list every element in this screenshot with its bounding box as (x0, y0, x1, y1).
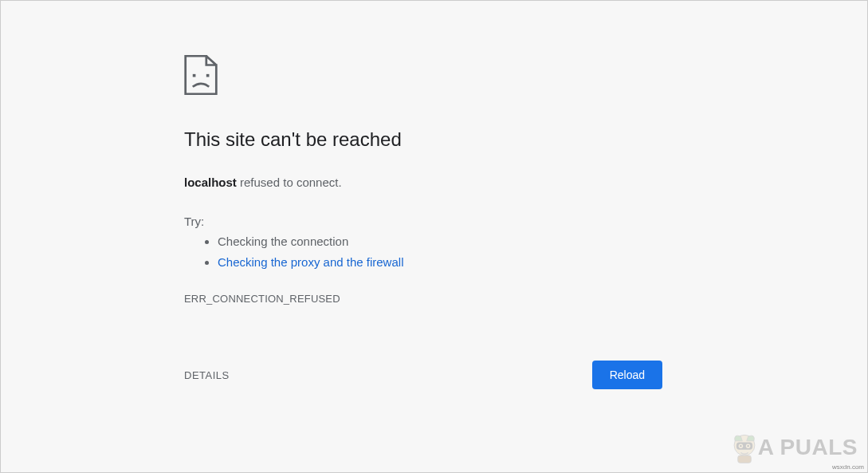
actions-row: DETAILS Reload (184, 361, 662, 389)
watermark: A PUALS (726, 429, 858, 466)
reload-button[interactable]: Reload (592, 361, 662, 389)
error-host: localhost (184, 175, 237, 189)
svg-rect-1 (206, 74, 210, 77)
try-label: Try: (184, 215, 662, 228)
svg-rect-0 (193, 74, 196, 77)
proxy-firewall-link[interactable]: Checking the proxy and the firewall (218, 255, 403, 269)
watermark-brand: A PUALS (758, 435, 858, 460)
error-message: localhost refused to connect. (184, 173, 662, 192)
svg-point-6 (740, 445, 741, 447)
error-page-content: This site can't be reached localhost ref… (184, 1, 662, 389)
svg-point-7 (747, 445, 748, 447)
attribution-text: wsxdn.com (832, 463, 864, 471)
sad-file-icon (184, 55, 218, 95)
error-message-suffix: refused to connect. (237, 175, 342, 189)
suggestions-list: Checking the connection Checking the pro… (218, 231, 662, 272)
details-button[interactable]: DETAILS (184, 369, 230, 381)
error-title: This site can't be reached (184, 128, 662, 151)
suggestion-check-connection: Checking the connection (218, 231, 662, 252)
svg-rect-8 (737, 455, 751, 463)
error-code: ERR_CONNECTION_REFUSED (184, 293, 662, 305)
suggestion-check-proxy: Checking the proxy and the firewall (218, 252, 662, 273)
